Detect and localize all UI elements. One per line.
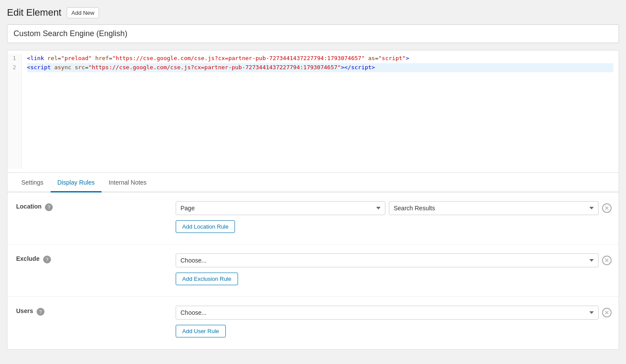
tab-content: Location ? Page Post Category Home Archi… (7, 192, 619, 349)
element-name-input[interactable] (7, 24, 619, 43)
exclude-rule-section: Exclude ? Choose... Page Post Category ✕… (7, 245, 619, 297)
location-rule-section: Location ? Page Post Category Home Archi… (7, 192, 619, 245)
users-help-icon[interactable]: ? (37, 308, 44, 316)
users-label: Users (16, 307, 33, 314)
code-content: <link rel="preload" href="https://cse.go… (22, 54, 619, 169)
tabs-section: Settings Display Rules Internal Notes Lo… (7, 173, 619, 350)
add-new-button[interactable]: Add New (67, 7, 99, 18)
tab-display-rules[interactable]: Display Rules (51, 173, 102, 192)
location-label-col: Location ? (7, 192, 169, 244)
add-location-rule-button[interactable]: Add Location Rule (176, 220, 235, 233)
exclude-label-col: Exclude ? (7, 245, 169, 297)
users-rule-row: Choose... Logged In Logged Out Administr… (176, 306, 612, 320)
users-remove-button[interactable]: ✕ (602, 308, 612, 317)
tabs-header: Settings Display Rules Internal Notes (7, 173, 619, 192)
location-rule-row: Page Post Category Home Archive Search R… (176, 201, 612, 215)
exclude-help-icon[interactable]: ? (43, 256, 51, 263)
page-header: Edit Element Add New (7, 7, 619, 18)
location-help-icon[interactable]: ? (45, 203, 53, 211)
location-remove-button[interactable]: ✕ (602, 203, 612, 213)
users-choose-select[interactable]: Choose... Logged In Logged Out Administr… (176, 306, 599, 320)
users-controls: Choose... Logged In Logged Out Administr… (169, 297, 619, 349)
add-user-rule-button[interactable]: Add User Rule (176, 325, 226, 337)
code-editor: 1 2 <link rel="preload" href="https://cs… (7, 50, 619, 173)
users-label-col: Users ? (7, 297, 169, 349)
location-controls: Page Post Category Home Archive Search R… (169, 192, 619, 244)
add-exclusion-rule-button[interactable]: Add Exclusion Rule (176, 273, 238, 285)
line-number-2: 2 (13, 63, 16, 72)
exclude-choose-select[interactable]: Choose... Page Post Category (176, 253, 599, 267)
exclude-controls: Choose... Page Post Category ✕ Add Exclu… (169, 245, 619, 297)
exclude-label: Exclude (16, 255, 40, 262)
code-line-1: <link rel="preload" href="https://cse.go… (27, 55, 409, 61)
code-line-2: <script async src="https://cse.google.co… (27, 63, 613, 72)
exclude-remove-button[interactable]: ✕ (602, 256, 612, 265)
line-numbers: 1 2 (7, 54, 22, 169)
location-page-select[interactable]: Page Post Category Home Archive (176, 201, 385, 215)
page-title: Edit Element (7, 7, 61, 18)
exclude-rule-row: Choose... Page Post Category ✕ (176, 253, 612, 267)
location-condition-select[interactable]: Search Results All Pages Front Page Blog… (389, 201, 599, 215)
code-editor-inner: 1 2 <link rel="preload" href="https://cs… (7, 51, 619, 172)
location-label: Location (16, 203, 41, 210)
users-rule-section: Users ? Choose... Logged In Logged Out A… (7, 297, 619, 349)
line-number-1: 1 (13, 54, 16, 63)
tab-settings[interactable]: Settings (14, 173, 51, 192)
tab-internal-notes[interactable]: Internal Notes (102, 173, 153, 192)
